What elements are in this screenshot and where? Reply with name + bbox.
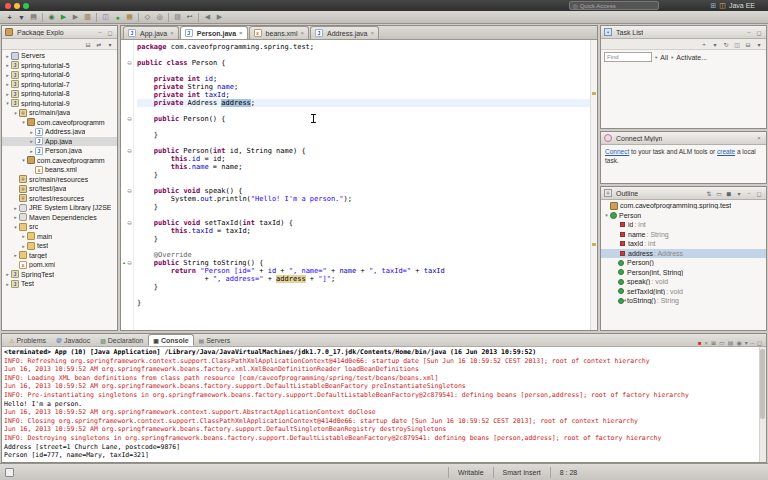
new-wizard-icon[interactable]: [4, 12, 15, 23]
chevron-collapsed-icon[interactable]: ▸: [4, 53, 11, 59]
explorer-item-src-main-java[interactable]: ▾src/main/java: [2, 108, 117, 118]
fold-collapse-icon[interactable]: ⊖: [127, 259, 132, 267]
code-line[interactable]: public void setTaxId(int taxId) {: [137, 219, 590, 227]
view-menu-icon[interactable]: ▾: [106, 41, 114, 48]
code-line[interactable]: [137, 211, 590, 219]
code-line[interactable]: private Address address;: [137, 99, 590, 107]
outline-item-taxid[interactable]: taxId : int: [601, 239, 766, 249]
editor-tab-beans-xml[interactable]: beans.xml×: [249, 26, 309, 39]
code-line[interactable]: [137, 243, 590, 251]
chevron-collapsed-icon[interactable]: ▸: [4, 281, 11, 287]
open-perspective-icon[interactable]: ⊞: [710, 2, 716, 10]
code-line[interactable]: + ", address=" + address + "]";: [137, 275, 590, 283]
code-line[interactable]: [137, 107, 590, 115]
close-window-button[interactable]: [5, 3, 11, 9]
explorer-item-spring-tutorial-7[interactable]: ▸spring-tutorial-7: [2, 80, 117, 90]
explorer-item-target[interactable]: ▸target: [2, 251, 117, 261]
new-package-icon[interactable]: [124, 12, 135, 23]
collapse-all-icon[interactable]: ⊟: [84, 41, 92, 48]
coverage-icon[interactable]: [82, 12, 93, 23]
link-with-editor-icon[interactable]: ⇄: [95, 41, 103, 48]
chevron-collapsed-icon[interactable]: ▸: [28, 148, 35, 154]
explorer-item-beans-xml[interactable]: beans.xml: [2, 165, 117, 175]
explorer-item-spring-tutorial-5[interactable]: ▸spring-tutorial-5: [2, 61, 117, 71]
close-tab-icon[interactable]: ×: [239, 30, 243, 36]
clear-console-icon[interactable]: ▭: [719, 339, 725, 346]
chevron-expanded-icon[interactable]: ▾: [603, 212, 610, 218]
code-line[interactable]: package com.caveofprogramming.spring.tes…: [137, 43, 590, 51]
chevron-collapsed-icon[interactable]: ▸: [12, 252, 19, 258]
chevron-expanded-icon[interactable]: ▾: [12, 224, 19, 230]
chevron-expanded-icon[interactable]: ▾: [20, 119, 27, 125]
chevron-collapsed-icon[interactable]: ▸: [4, 62, 11, 68]
print-icon[interactable]: [28, 12, 39, 23]
perspective-label[interactable]: Java EE: [729, 2, 755, 9]
maximize-view-icon[interactable]: ◻: [755, 190, 763, 197]
maximize-view-icon[interactable]: ◻: [755, 29, 763, 36]
chevron-collapsed-icon[interactable]: ▸: [28, 138, 35, 144]
explorer-item-com-caveofprogramm[interactable]: ▾com.caveofprogramm: [2, 156, 117, 166]
task-list-title[interactable]: Task List: [616, 29, 643, 36]
explorer-item-src-test-resources[interactable]: src/test/resources: [2, 194, 117, 204]
fold-collapse-icon[interactable]: ⊖: [127, 187, 132, 195]
occurrence-marker[interactable]: [592, 92, 596, 95]
code-line[interactable]: this.taxId = taxId;: [137, 227, 590, 235]
code-line[interactable]: private int taxId;: [137, 91, 590, 99]
code-line[interactable]: @Override: [137, 251, 590, 259]
code-line[interactable]: }: [137, 203, 590, 211]
explorer-item-com-caveofprogramm[interactable]: ▾com.caveofprogramm: [2, 118, 117, 128]
explorer-item-src-main-resources[interactable]: src/main/resources: [2, 175, 117, 185]
quick-access-input[interactable]: [580, 3, 657, 9]
explorer-item-spring-tutorial-9[interactable]: ▾spring-tutorial-9: [2, 99, 117, 109]
java-ee-perspective-icon[interactable]: ◫: [719, 2, 726, 10]
explorer-item-app-java[interactable]: ▸App.java: [2, 137, 117, 147]
explorer-item-src[interactable]: ▾src: [2, 222, 117, 232]
code-line[interactable]: public Person() {: [137, 115, 590, 123]
explorer-item-test[interactable]: ▸Test: [2, 279, 117, 289]
fold-collapse-icon[interactable]: ⊖: [127, 219, 132, 227]
code-line[interactable]: return "Person [id=" + id + ", name=" + …: [137, 267, 590, 275]
chevron-collapsed-icon[interactable]: ▸: [4, 271, 11, 277]
editor-tab-person-java[interactable]: Person.java×: [180, 26, 248, 39]
package-explorer-title[interactable]: Package Explo: [17, 29, 64, 36]
close-tab-icon[interactable]: ×: [370, 30, 374, 36]
bottom-tab-problems[interactable]: ⚠Problems: [4, 334, 51, 346]
mylyn-link[interactable]: create: [717, 148, 735, 155]
maximize-view-icon[interactable]: ◻: [106, 29, 114, 36]
forward-icon[interactable]: [214, 12, 225, 23]
fold-collapse-icon[interactable]: ⊖: [127, 115, 132, 123]
chevron-down-icon[interactable]: ▾: [655, 55, 657, 60]
collapse-all-icon[interactable]: ⊟: [744, 41, 752, 48]
search-icon[interactable]: [154, 12, 165, 23]
code-line[interactable]: this.name = name;: [137, 163, 590, 171]
code-line[interactable]: [137, 123, 590, 131]
outline-item-id[interactable]: id : int: [601, 220, 766, 230]
new-class-icon[interactable]: [112, 12, 123, 23]
fold-collapse-icon[interactable]: ⊖: [127, 147, 132, 155]
minimize-window-button[interactable]: [14, 3, 20, 9]
pin-console-icon[interactable]: ◉: [736, 339, 741, 346]
code-line[interactable]: }: [137, 131, 590, 139]
code-line[interactable]: [137, 67, 590, 75]
code-area[interactable]: package com.caveofprogramming.spring.tes…: [134, 40, 590, 330]
chevron-collapsed-icon[interactable]: ▸: [12, 214, 19, 220]
code-line[interactable]: }: [137, 171, 590, 179]
code-line[interactable]: this.id = id;: [137, 155, 590, 163]
editor-body[interactable]: ⊖⊖⊖⊖⊖▲⊖ package com.caveofprogramming.sp…: [121, 40, 597, 330]
outline-item-address[interactable]: address : Address: [601, 249, 766, 259]
chevron-collapsed-icon[interactable]: ▸: [28, 129, 35, 135]
outline-item-tostring[interactable]: toString() : String: [601, 296, 766, 306]
code-line[interactable]: [137, 51, 590, 59]
remove-all-launches-icon[interactable]: ⊠: [711, 339, 716, 346]
fold-collapse-icon[interactable]: ⊖: [127, 59, 132, 67]
bottom-tab-declaration[interactable]: ▨Declaration: [95, 334, 148, 346]
close-tab-icon[interactable]: ×: [301, 30, 305, 36]
explorer-item-servers[interactable]: ▸Servers: [2, 51, 117, 61]
close-icon[interactable]: ×: [755, 135, 763, 141]
code-line[interactable]: public String toString() {: [137, 259, 590, 267]
zoom-window-button[interactable]: [23, 3, 29, 9]
view-menu-icon[interactable]: ▾: [735, 190, 743, 197]
outline-item-person[interactable]: ▾Person: [601, 211, 766, 221]
explorer-item-jre-system-library-j2se[interactable]: ▸JRE System Library [J2SE: [2, 203, 117, 213]
sort-icon[interactable]: ⇅: [705, 190, 713, 197]
